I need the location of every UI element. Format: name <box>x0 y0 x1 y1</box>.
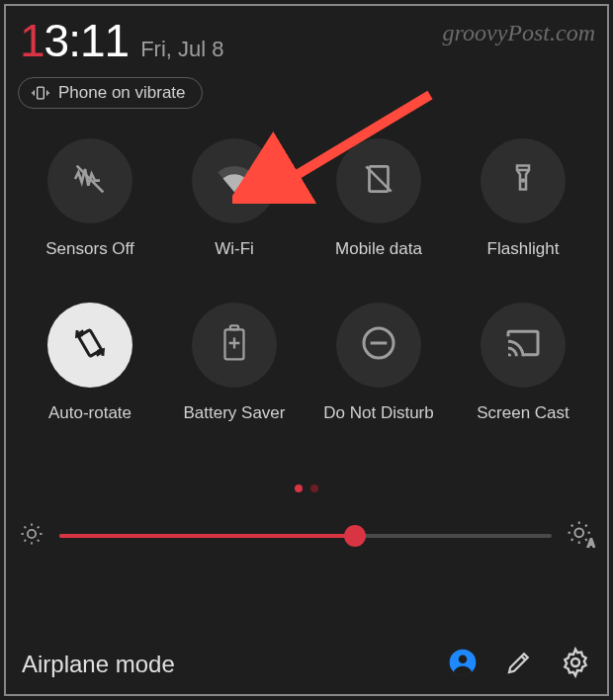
svg-point-12 <box>459 655 468 663</box>
page-dot <box>310 484 318 492</box>
cast-icon <box>503 323 543 367</box>
date: Fri, Jul 8 <box>140 37 223 62</box>
tile-label: Battery Saver <box>184 403 286 423</box>
flashlight-icon <box>505 161 541 201</box>
tile-label: Auto-rotate <box>48 403 131 423</box>
auto-rotate-icon <box>70 323 110 367</box>
tile-sensors-off[interactable]: Sensors Off <box>18 138 162 259</box>
tile-label: Screen Cast <box>477 403 569 423</box>
tile-battery-saver[interactable]: Battery Saver <box>162 303 306 423</box>
user-button[interactable] <box>447 647 479 682</box>
footer-bar: Airplane mode <box>0 647 613 682</box>
tile-do-not-disturb[interactable]: Do Not Disturb <box>306 303 451 423</box>
tile-label: Mobile data <box>335 239 422 259</box>
edit-button[interactable] <box>504 648 534 681</box>
quick-settings-grid: Sensors Off Wi-Fi Mobile data <box>0 138 613 423</box>
ringer-mode-chip[interactable]: Phone on vibrate <box>18 77 203 109</box>
wifi-icon <box>215 159 254 203</box>
expanded-tile-title: Airplane mode <box>22 651 421 678</box>
brightness-low-icon <box>18 520 45 552</box>
brightness-thumb[interactable] <box>344 525 366 547</box>
tile-flashlight[interactable]: Flashlight <box>451 138 595 259</box>
svg-point-13 <box>571 658 579 666</box>
svg-point-2 <box>522 180 524 182</box>
watermark-text: groovyPost.com <box>443 20 595 46</box>
tile-label: Do Not Disturb <box>323 403 433 423</box>
ringer-mode-label: Phone on vibrate <box>58 83 186 103</box>
tile-screen-cast[interactable]: Screen Cast <box>451 303 595 423</box>
svg-rect-0 <box>38 87 44 99</box>
tile-mobile-data[interactable]: Mobile data <box>306 138 451 259</box>
status-bar: 13:11 Fri, Jul 8 <box>20 14 223 67</box>
battery-saver-icon <box>219 324 250 366</box>
vibrate-icon <box>31 83 50 103</box>
page-dot <box>295 484 303 492</box>
brightness-row: A <box>0 519 613 553</box>
page-indicator <box>0 484 613 492</box>
brightness-slider[interactable] <box>59 534 552 538</box>
mobile-data-off-icon <box>360 160 397 202</box>
tile-label: Flashlight <box>487 239 560 259</box>
tile-auto-rotate[interactable]: Auto-rotate <box>18 303 162 423</box>
svg-rect-5 <box>230 325 238 329</box>
do-not-disturb-icon <box>359 323 398 367</box>
svg-point-8 <box>28 530 36 538</box>
svg-text:A: A <box>588 538 595 549</box>
brightness-auto-icon: A <box>566 519 595 553</box>
tile-label: Wi-Fi <box>215 239 254 259</box>
settings-button[interactable] <box>560 647 591 682</box>
clock: 13:11 <box>20 14 129 67</box>
svg-point-9 <box>574 528 583 537</box>
tile-label: Sensors Off <box>45 239 133 259</box>
tile-wifi[interactable]: Wi-Fi <box>162 138 306 259</box>
brightness-fill <box>59 534 355 538</box>
sensors-off-icon <box>70 159 110 203</box>
